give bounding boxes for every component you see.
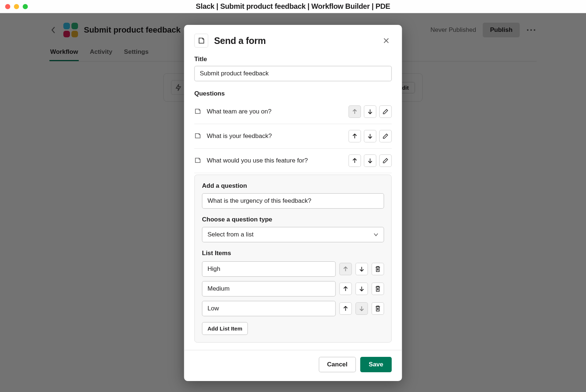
arrow-down-icon: [368, 158, 373, 164]
list-item-row: [202, 301, 384, 316]
edit-question-button[interactable]: [379, 105, 392, 118]
edit-question-button[interactable]: [379, 130, 392, 142]
arrow-up-icon: [352, 109, 357, 115]
list-item-input[interactable]: [202, 301, 336, 316]
list-item-input[interactable]: [202, 261, 336, 277]
move-down-button[interactable]: [364, 130, 377, 142]
arrow-up-icon: [352, 133, 357, 139]
traffic-lights: [5, 4, 28, 9]
list-item-move-up-button[interactable]: [340, 263, 352, 275]
list-item-move-down-button[interactable]: [356, 263, 368, 275]
edit-question-button[interactable]: [379, 154, 392, 167]
chevron-down-icon: [374, 231, 379, 238]
trash-icon: [375, 266, 381, 272]
add-question-panel: Add a question Choose a question type Se…: [194, 175, 392, 343]
close-icon: [383, 37, 390, 44]
arrow-up-icon: [343, 286, 348, 292]
list-item-delete-button[interactable]: [372, 283, 384, 295]
title-field-label: Title: [194, 56, 392, 63]
move-up-button[interactable]: [349, 130, 361, 142]
list-item-move-down-button[interactable]: [356, 302, 368, 315]
arrow-down-icon: [359, 286, 364, 292]
close-button[interactable]: [381, 35, 392, 46]
pencil-icon: [383, 109, 389, 115]
question-icon: [194, 108, 202, 115]
list-item-move-up-button[interactable]: [340, 302, 352, 315]
arrow-down-icon: [359, 306, 364, 311]
add-question-heading: Add a question: [202, 182, 384, 190]
trash-icon: [375, 305, 381, 312]
arrow-up-icon: [352, 158, 357, 164]
list-item-row: [202, 261, 384, 277]
modal-footer: Cancel Save: [184, 350, 402, 381]
question-icon: [194, 157, 202, 164]
minimize-window-button[interactable]: [14, 4, 19, 9]
arrow-up-icon: [343, 266, 348, 272]
send-form-modal: Send a form Title Questions What team ar…: [184, 25, 402, 381]
list-item-input[interactable]: [202, 281, 336, 296]
list-item-delete-button[interactable]: [372, 302, 384, 315]
question-text: What would you use this feature for?: [207, 157, 308, 164]
cancel-button[interactable]: Cancel: [319, 357, 356, 372]
new-question-input[interactable]: [202, 193, 384, 209]
move-up-button[interactable]: [349, 154, 361, 167]
pencil-icon: [383, 133, 389, 139]
add-list-item-button[interactable]: Add List Item: [202, 322, 248, 335]
question-text: What is your feedback?: [207, 132, 272, 140]
arrow-up-icon: [343, 306, 348, 311]
window-titlebar: Slack | Submit product feedback | Workfl…: [0, 0, 586, 13]
question-row: What is your feedback?: [194, 124, 392, 149]
form-icon: [194, 34, 208, 48]
form-title-input[interactable]: [194, 66, 392, 81]
question-row: What would you use this feature for?: [194, 149, 392, 173]
question-type-label: Choose a question type: [202, 216, 384, 223]
list-item-row: [202, 281, 384, 296]
question-icon: [194, 132, 202, 140]
list-item-move-down-button[interactable]: [356, 283, 368, 295]
move-up-button[interactable]: [349, 105, 361, 118]
move-down-button[interactable]: [364, 154, 377, 167]
close-window-button[interactable]: [5, 4, 10, 9]
question-type-select[interactable]: Select from a list: [202, 227, 384, 242]
arrow-down-icon: [368, 133, 373, 139]
question-row: What team are you on?: [194, 100, 392, 124]
question-text: What team are you on?: [207, 108, 272, 115]
questions-section-label: Questions: [194, 90, 392, 97]
window-title: Slack | Submit product feedback | Workfl…: [196, 2, 390, 11]
save-button[interactable]: Save: [360, 357, 392, 372]
modal-title: Send a form: [214, 36, 266, 46]
question-type-value: Select from a list: [208, 231, 254, 238]
list-item-move-up-button[interactable]: [340, 283, 352, 295]
list-item-delete-button[interactable]: [372, 263, 384, 275]
pencil-icon: [383, 158, 389, 164]
move-down-button[interactable]: [364, 105, 377, 118]
arrow-down-icon: [368, 109, 373, 115]
zoom-window-button[interactable]: [23, 4, 28, 9]
arrow-down-icon: [359, 266, 364, 272]
list-items-label: List Items: [202, 250, 384, 257]
trash-icon: [375, 285, 381, 292]
